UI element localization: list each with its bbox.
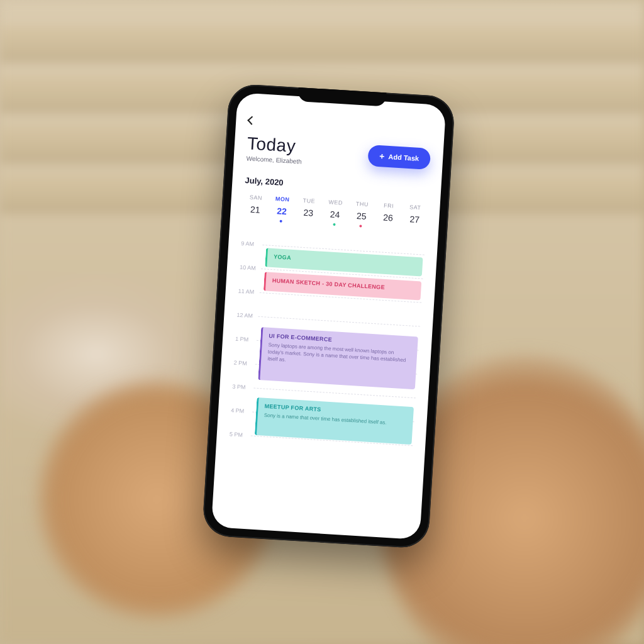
back-icon[interactable] bbox=[247, 116, 256, 125]
hour-label: 1 PM bbox=[235, 336, 257, 343]
event-card[interactable]: HUMAN SKETCH - 30 DAY CHALLENGE bbox=[264, 272, 421, 300]
event-dot bbox=[360, 225, 362, 227]
event-dot bbox=[280, 220, 282, 223]
hour-label: 2 PM bbox=[233, 360, 255, 367]
day-number: 27 bbox=[409, 214, 420, 225]
day-27[interactable]: SAT27 bbox=[403, 204, 426, 231]
hour-label: 5 PM bbox=[230, 431, 252, 438]
day-number: 21 bbox=[250, 204, 260, 215]
hour-label: 4 PM bbox=[231, 407, 253, 414]
day-of-week-label: FRI bbox=[384, 203, 394, 209]
day-25[interactable]: THU25 bbox=[350, 201, 374, 228]
plus-icon: + bbox=[379, 152, 385, 160]
day-24[interactable]: WED24 bbox=[323, 199, 347, 226]
event-title: HUMAN SKETCH - 30 DAY CHALLENGE bbox=[272, 277, 415, 292]
day-of-week-label: SAT bbox=[409, 204, 421, 211]
phone-mockup: Today Welcome, Elizabeth + Add Task July… bbox=[202, 83, 455, 549]
event-card[interactable]: UI FOR E-COMMERCESony laptops are among … bbox=[258, 327, 418, 389]
day-number: 24 bbox=[330, 209, 340, 219]
hour-label: 12 AM bbox=[236, 312, 258, 319]
day-of-week-label: SAN bbox=[250, 194, 263, 201]
add-task-button[interactable]: + Add Task bbox=[367, 145, 431, 170]
day-number: 22 bbox=[277, 206, 287, 216]
day-of-week-label: THU bbox=[356, 201, 369, 208]
hour-label: 9 AM bbox=[241, 240, 263, 248]
day-number: 26 bbox=[383, 213, 394, 223]
events-layer: YOGAHUMAN SKETCH - 30 DAY CHALLENGEUI FO… bbox=[249, 233, 425, 533]
day-number: 23 bbox=[303, 208, 314, 218]
hour-label: 3 PM bbox=[232, 383, 254, 391]
event-card[interactable]: YOGA bbox=[265, 248, 423, 276]
timeline: 9 AM10 AM11 AM12 AM1 PM2 PM3 PM4 PM5 PMY… bbox=[224, 231, 425, 533]
day-22[interactable]: MON22 bbox=[270, 196, 294, 223]
page-header: Today Welcome, Elizabeth + Add Task bbox=[246, 133, 431, 173]
day-number: 25 bbox=[356, 211, 367, 221]
day-21[interactable]: SAN21 bbox=[244, 194, 267, 221]
add-task-label: Add Task bbox=[388, 152, 419, 162]
page-title: Today bbox=[247, 133, 303, 157]
hour-label: 10 AM bbox=[240, 264, 262, 272]
day-of-week-label: WED bbox=[328, 199, 343, 206]
app-screen: Today Welcome, Elizabeth + Add Task July… bbox=[211, 92, 447, 540]
event-dot bbox=[333, 223, 335, 226]
week-strip: SAN21MON22TUE23WED24THU25FRI26SAT27 bbox=[243, 194, 428, 231]
day-of-week-label: TUE bbox=[303, 197, 315, 204]
day-of-week-label: MON bbox=[275, 196, 290, 203]
event-card[interactable]: MEETUP FOR ARTSSony is a name that over … bbox=[255, 397, 414, 445]
day-23[interactable]: TUE23 bbox=[297, 197, 320, 225]
day-26[interactable]: FRI26 bbox=[377, 202, 400, 230]
event-title: YOGA bbox=[274, 253, 416, 269]
month-label: July, 2020 bbox=[245, 175, 428, 196]
hour-label: 11 AM bbox=[238, 288, 260, 296]
